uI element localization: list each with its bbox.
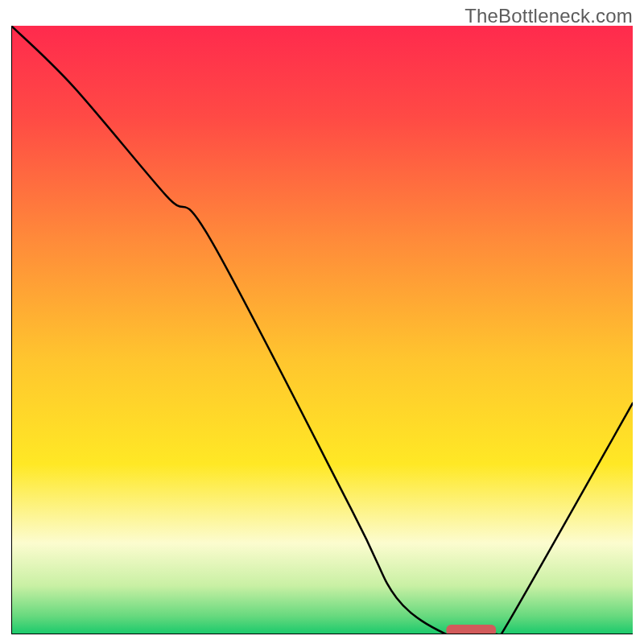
chart-container	[11, 26, 633, 634]
optimal-range-marker	[446, 625, 496, 634]
watermark-text: TheBottleneck.com	[464, 5, 633, 27]
gradient-background	[11, 26, 633, 634]
bottleneck-chart	[11, 26, 633, 634]
